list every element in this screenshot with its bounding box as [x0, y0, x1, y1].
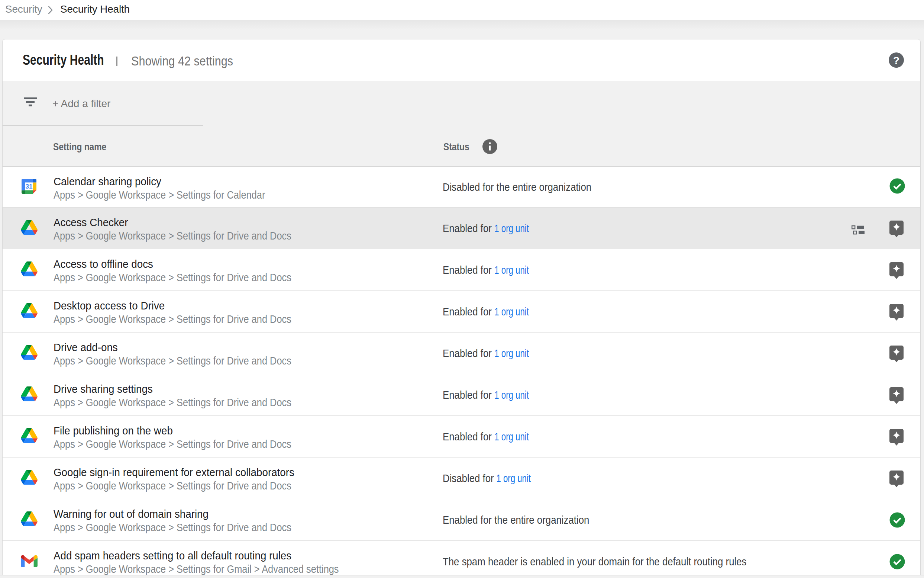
svg-text:31: 31	[25, 183, 33, 190]
svg-text:?: ?	[893, 55, 900, 66]
